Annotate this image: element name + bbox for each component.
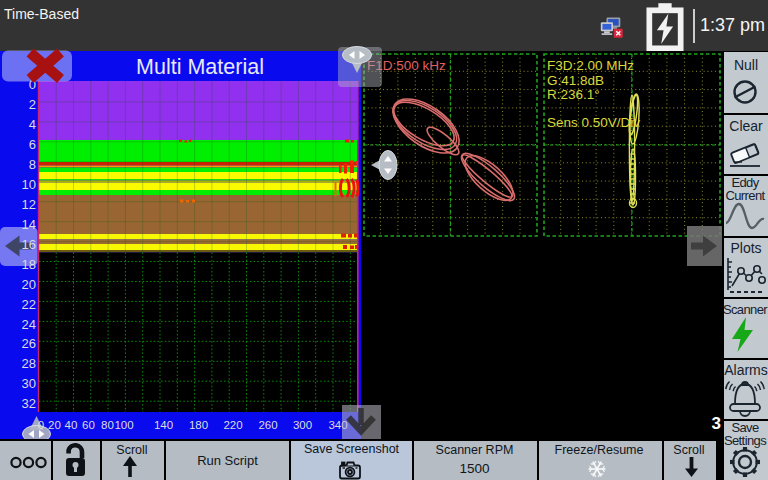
svg-text:3: 3 xyxy=(712,414,721,433)
